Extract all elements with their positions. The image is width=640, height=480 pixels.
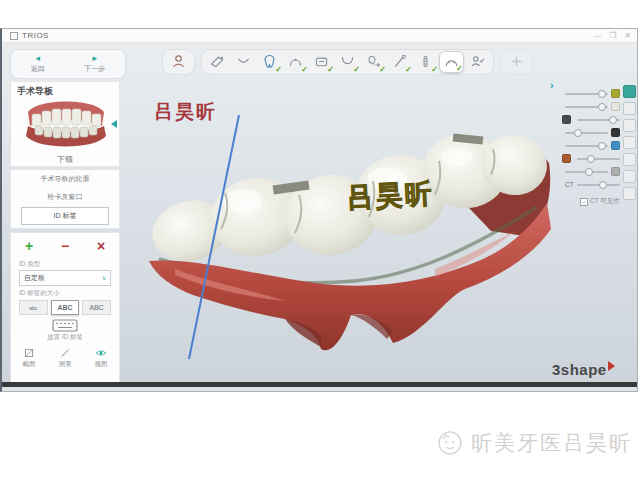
surgical-guide-model[interactable]: 吕昊昕 — [135, 109, 555, 365]
view-preset-button[interactable] — [623, 136, 636, 149]
visibility-slider[interactable] — [562, 100, 620, 113]
view-preset-button[interactable] — [623, 85, 636, 98]
watermark-text: 昕美牙医吕昊昕 — [471, 429, 632, 457]
sidebar-id-card: + − × ID 类型 自定板 ˅ ID 标签的大小 abc ABC — [10, 232, 120, 383]
app-window: TRIOS — ❐ ✕ ◂ 返回 ▸ 下一步 — [0, 28, 638, 392]
view-preset-button[interactable] — [623, 153, 636, 166]
slider-handle[interactable] — [599, 181, 607, 189]
slider-track[interactable] — [577, 158, 620, 160]
close-button[interactable]: ✕ — [624, 30, 631, 41]
visibility-slider[interactable]: CT — [562, 178, 620, 191]
layer-color-chip — [611, 141, 620, 150]
check-icon: ✓ — [379, 65, 386, 74]
toolbar-step-button[interactable]: ✓ — [413, 51, 438, 73]
slider-track[interactable] — [565, 171, 608, 173]
toolbar-step-button[interactable]: ✓ — [231, 51, 256, 73]
minimize-button[interactable]: — — [593, 30, 601, 41]
visibility-slider[interactable] — [562, 87, 620, 100]
view-preset-button[interactable] — [623, 119, 636, 132]
toolbar-step-group: ✓ ✓ ✓ — [201, 49, 494, 75]
viewport-tool-button[interactable]: 截面 — [23, 347, 36, 369]
bottom-strip — [2, 382, 637, 387]
delete-id-button[interactable]: × — [91, 237, 111, 255]
check-icon: ✓ — [275, 65, 282, 74]
toolbar-step-button[interactable]: ✓ — [283, 51, 308, 73]
3shape-logo: 3shape — [552, 361, 615, 378]
maximize-button[interactable]: ❐ — [609, 30, 616, 41]
slider-track[interactable] — [565, 93, 608, 95]
slider-track[interactable] — [577, 119, 620, 121]
slider-track[interactable] — [565, 132, 608, 134]
layer-color-chip — [611, 128, 620, 137]
toolbar-step-button[interactable]: ✓ — [439, 51, 464, 73]
visibility-slider[interactable] — [562, 113, 620, 126]
slider-handle[interactable] — [585, 168, 593, 176]
visibility-slider[interactable] — [562, 152, 620, 165]
keyboard-icon — [52, 319, 78, 332]
next-arrow-icon: ▸ — [92, 54, 97, 63]
toolbar-step-button[interactable]: ✓ — [166, 51, 191, 73]
slider-handle[interactable] — [609, 116, 617, 124]
toolbar-step-button[interactable]: ✓ — [387, 51, 412, 73]
smile-icon — [238, 59, 248, 62]
collapse-panel-chevron-icon[interactable]: › — [550, 79, 554, 91]
id-type-select[interactable]: 自定板 ˅ — [19, 270, 111, 286]
app-icon — [10, 32, 18, 40]
slider-handle[interactable] — [598, 90, 606, 98]
page: TRIOS — ❐ ✕ ◂ 返回 ▸ 下一步 — [0, 0, 640, 480]
slider-handle[interactable] — [598, 103, 606, 111]
check-icon: ✓ — [301, 65, 308, 74]
viewport-tool-label: 测量 — [59, 360, 72, 369]
view-preset-button[interactable] — [623, 170, 636, 183]
visibility-slider[interactable] — [562, 126, 620, 139]
slider-track[interactable] — [565, 106, 608, 108]
visibility-slider[interactable] — [562, 165, 620, 178]
measure-icon — [61, 349, 68, 356]
toolbar-lead-group: ✓ — [162, 49, 195, 75]
toolbar-step-button[interactable]: ✓ — [257, 51, 282, 73]
toolbar-step-button[interactable]: ✓ — [205, 51, 230, 73]
watermark: 昕美牙医吕昊昕 — [435, 428, 632, 458]
toolbar-step-button[interactable]: ✓ — [504, 51, 529, 73]
slider-handle[interactable] — [598, 142, 606, 150]
probe-icon — [395, 55, 405, 66]
toolbar-step-button[interactable]: ✓ — [465, 51, 490, 73]
ct-visibility-checkbox[interactable]: ✓ CT 可见性 — [580, 197, 620, 206]
add-id-button[interactable]: + — [19, 237, 39, 255]
view-preset-button[interactable] — [623, 187, 636, 200]
u-arch-icon — [342, 57, 352, 63]
sidebar-menu-item[interactable]: 栓卡及窗口 — [11, 188, 119, 206]
flip-view-arrow-icon[interactable] — [111, 120, 117, 128]
workflow-toolbar: ✓ ✓ ✓ — [162, 49, 533, 75]
viewport-tool-row: 截面 测量 视图 — [11, 347, 119, 369]
viewport-tool-button[interactable]: 视图 — [95, 347, 108, 369]
toolbar-step-button[interactable]: ✓ — [309, 51, 334, 73]
id-size-option-button[interactable]: abc — [19, 300, 48, 315]
slider-track[interactable] — [577, 184, 620, 186]
sidebar-menu: 手术导板的轮廓 栓卡及窗口 ID 标签 — [10, 169, 120, 229]
sidebar-menu-item[interactable]: ID 标签 — [21, 207, 109, 225]
viewport-tool-button[interactable]: 测量 — [59, 347, 72, 369]
check-icon: ✓ — [405, 65, 412, 74]
id-size-option-button[interactable]: ABC — [82, 300, 111, 315]
section-icon — [25, 349, 32, 356]
next-button[interactable]: ▸ 下一步 — [84, 54, 105, 74]
toolbar-step-button[interactable]: ✓ — [335, 51, 360, 73]
check-icon: ✓ — [431, 65, 438, 74]
back-button[interactable]: ◂ 返回 — [31, 54, 45, 74]
place-id-tag-button[interactable]: 放置 ID 标签 — [11, 319, 119, 342]
watermark-logo-icon — [435, 428, 465, 458]
id-tag-embossed-text: 吕昊昕 — [346, 178, 434, 213]
layer-color-chip — [611, 102, 620, 111]
slider-handle[interactable] — [574, 129, 582, 137]
view-preset-button[interactable] — [623, 102, 636, 115]
jaw-label: 下颌 — [11, 154, 119, 165]
toolbar-step-button[interactable]: ✓ — [361, 51, 386, 73]
visibility-slider[interactable] — [562, 139, 620, 152]
slider-track[interactable] — [565, 145, 608, 147]
model-icon — [316, 58, 326, 66]
remove-id-button[interactable]: − — [55, 237, 75, 255]
id-size-option-button[interactable]: ABC — [51, 300, 80, 315]
slider-handle[interactable] — [587, 155, 595, 163]
sidebar-menu-item[interactable]: 手术导板的轮廓 — [11, 170, 119, 188]
